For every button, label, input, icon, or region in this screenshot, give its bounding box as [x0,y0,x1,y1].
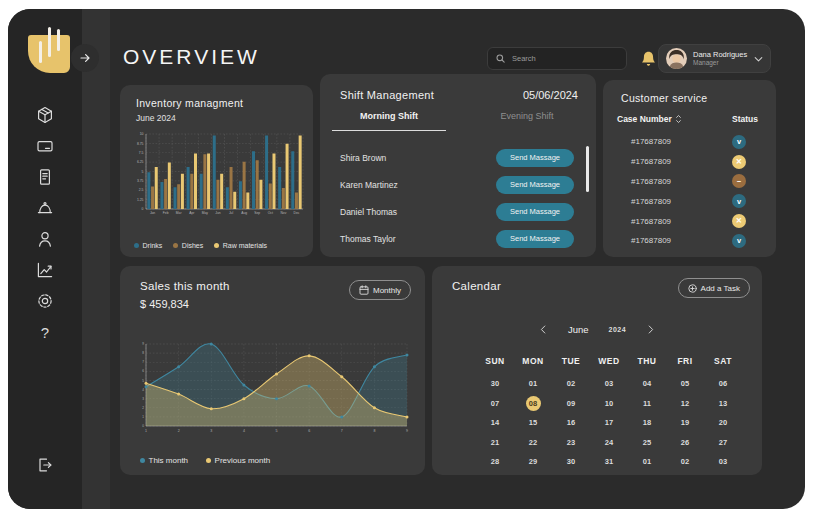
employee-name: Karen Martinez [340,180,398,190]
period-select-button[interactable]: Monthly [349,280,411,300]
calendar-day[interactable]: 13 [704,394,742,414]
sales-area-chart: 0123456789123456789 [133,338,413,442]
credit-card-icon [35,136,55,156]
calendar-day[interactable]: 16 [552,413,590,433]
prev-month-button[interactable] [538,325,548,335]
calendar-day[interactable]: 05 [666,374,704,394]
sidebar-nav: ? [8,105,82,342]
status-dash-icon[interactable]: − [732,174,746,188]
calendar-day-label: 01 [640,454,655,469]
status-cross-icon[interactable]: ✕ [732,214,746,228]
calendar-day[interactable]: 30 [552,452,590,472]
analytics-icon [35,260,55,280]
app-logo[interactable] [28,25,72,73]
sidebar-item-settings[interactable] [35,291,55,311]
status-cross-icon[interactable]: ✕ [732,155,746,169]
svg-text:0: 0 [142,424,144,428]
calendar-day[interactable]: 03 [704,452,742,472]
calendar-day-label: 26 [678,435,693,450]
calendar-day[interactable]: 17 [590,413,628,433]
logout-button[interactable] [35,455,55,475]
add-task-button[interactable]: Add a Task [678,278,750,298]
user-role: Manager [693,59,748,67]
calendar-day[interactable]: 01 [514,374,552,394]
tab-morning-shift[interactable]: Morning Shift [332,111,446,131]
calendar-day[interactable]: 28 [476,452,514,472]
legend-item: This month [140,456,188,465]
status-check-icon[interactable]: v [732,135,746,149]
next-month-button[interactable] [646,325,656,335]
send-message-button[interactable]: Send Massage [496,230,574,248]
search-field[interactable] [510,53,618,64]
calendar-day[interactable]: 15 [514,413,552,433]
calendar-day[interactable]: 07 [476,394,514,414]
sidebar-item-package[interactable] [35,105,55,125]
calendar-day[interactable]: 12 [666,394,704,414]
sidebar-item-credit-card[interactable] [35,136,55,156]
calendar-day-label: 03 [716,454,731,469]
employee-name: Thomas Taylor [340,234,396,244]
calendar-day[interactable]: 01 [628,452,666,472]
notifications-button[interactable] [639,49,659,69]
calendar-day[interactable]: 11 [628,394,666,414]
sidebar-item-invoice[interactable] [35,167,55,187]
calendar-day[interactable]: 08 [514,394,552,414]
calendar-day[interactable]: 21 [476,433,514,453]
calendar-day[interactable]: 24 [590,433,628,453]
scrollbar-thumb[interactable] [586,146,589,192]
calendar-day[interactable]: 29 [514,452,552,472]
calendar-day[interactable]: 09 [552,394,590,414]
status-check-icon[interactable]: v [732,234,746,248]
calendar-day[interactable]: 27 [704,433,742,453]
calendar-day-label: 12 [678,396,693,411]
calendar-day[interactable]: 22 [514,433,552,453]
legend-dot [173,243,178,248]
cloche-icon [35,198,55,218]
sidebar-item-help[interactable]: ? [35,322,55,342]
calendar-day[interactable]: 20 [704,413,742,433]
calendar-day[interactable]: 04 [628,374,666,394]
legend-item: Raw materials [214,242,267,249]
inventory-card: Inventory managment June 2024 01.252.53.… [120,85,313,257]
calendar-day[interactable]: 02 [552,374,590,394]
case-number: #17687809 [631,157,671,166]
send-message-button[interactable]: Send Massage [496,149,574,167]
svg-text:2: 2 [142,406,144,410]
calendar-day[interactable]: 23 [552,433,590,453]
user-menu[interactable]: Dana Rodrigues Manager [658,44,771,73]
calendar-day[interactable]: 30 [476,374,514,394]
calendar-day[interactable]: 03 [590,374,628,394]
svg-text:Nov: Nov [280,211,286,215]
legend-label: Drinks [143,242,163,249]
send-message-button[interactable]: Send Massage [496,203,574,221]
circle-plus-icon [688,284,697,293]
calendar-day[interactable]: 02 [666,452,704,472]
calendar-day[interactable]: 25 [628,433,666,453]
case-number: #17687809 [631,236,671,245]
status-check-icon[interactable]: v [732,194,746,208]
sidebar-rail [82,9,110,509]
calendar-day[interactable]: 19 [666,413,704,433]
sidebar-item-analytics[interactable] [35,260,55,280]
search-input[interactable] [487,47,627,70]
sidebar-expand-button[interactable] [71,44,99,72]
calendar-day[interactable]: 18 [628,413,666,433]
sidebar-item-user[interactable] [35,229,55,249]
calendar-day[interactable]: 31 [590,452,628,472]
calendar-day[interactable]: 06 [704,374,742,394]
calendar-day[interactable]: 26 [666,433,704,453]
calendar-day[interactable]: 10 [590,394,628,414]
sort-icon[interactable] [675,114,682,124]
legend-item: Dishes [173,242,203,249]
svg-text:9: 9 [406,429,408,433]
send-message-button[interactable]: Send Massage [496,176,574,194]
sidebar-item-cloche[interactable] [35,198,55,218]
tab-evening-shift[interactable]: Evening Shift [470,111,584,131]
case-number-column-header[interactable]: Case Number [617,114,682,124]
status-column-header: Status [732,114,758,124]
calendar-day-label: 30 [488,376,503,391]
calendar-day-label: 02 [564,376,579,391]
shift-date: 05/06/2024 [523,89,578,101]
calendar-day-label: 25 [640,435,655,450]
calendar-day[interactable]: 14 [476,413,514,433]
